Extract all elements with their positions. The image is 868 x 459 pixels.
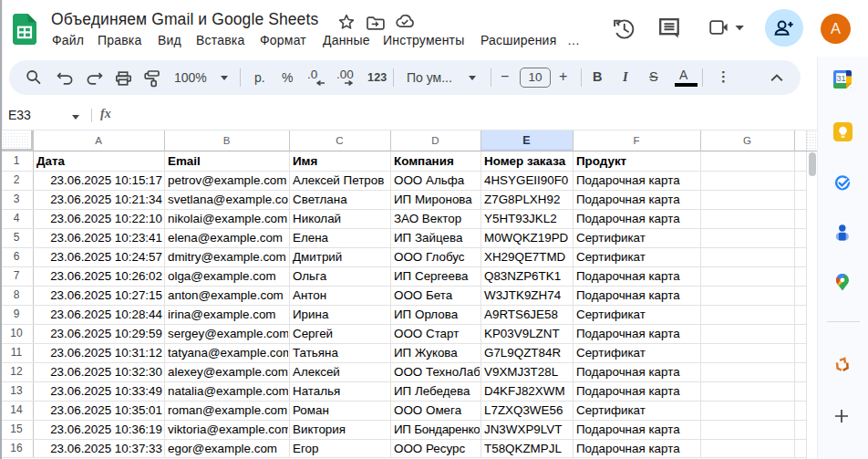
svg-text:31: 31 [836,74,845,83]
